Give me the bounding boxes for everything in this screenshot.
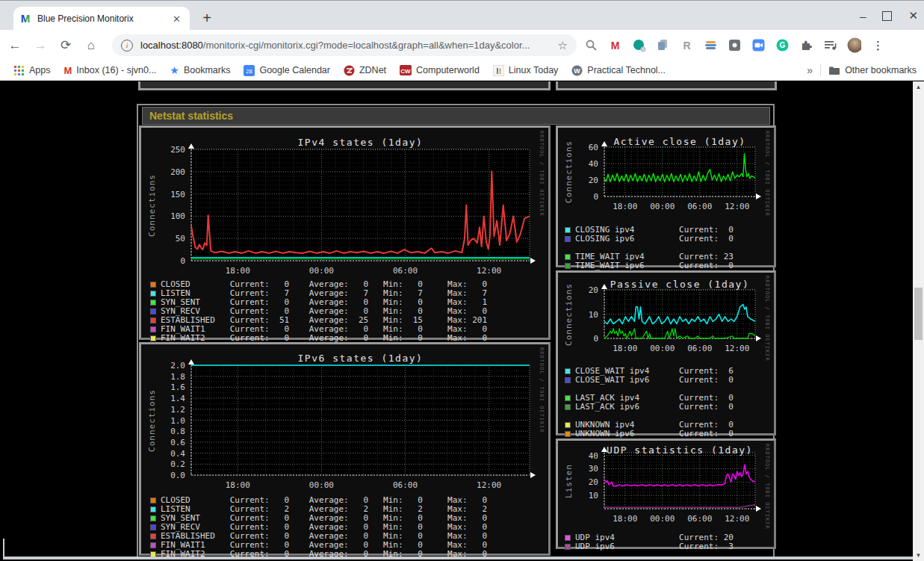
page-info-icon[interactable]: i <box>121 40 133 52</box>
x-axis-arrow <box>756 506 761 512</box>
legend-row: CLOSE_WAIT ipv6 Current: 0 <box>565 375 734 385</box>
r-extension-extension-icon[interactable]: R <box>680 38 694 52</box>
keeper-extension-icon[interactable] <box>728 38 742 52</box>
x-axis-arrow <box>756 335 761 341</box>
chart-title: IPv4 states (1day) <box>176 137 545 148</box>
profile-avatar[interactable] <box>847 38 861 52</box>
tab-title: Blue Precision Monitorix <box>37 13 170 24</box>
y-tick-label: 1.2 <box>154 405 185 415</box>
close-button[interactable]: ✕ <box>908 9 918 22</box>
next-section-border <box>3 539 4 557</box>
reading-stack-extension-icon[interactable] <box>704 38 718 52</box>
wordpress-icon: W <box>571 65 583 76</box>
x-axis-arrow <box>530 258 536 264</box>
playlist-extension-icon[interactable] <box>823 38 837 52</box>
bookmark-label: Google Calendar <box>259 65 330 75</box>
y-tick-label: 0 <box>567 192 598 202</box>
x-tick-label: 00:00 <box>646 202 679 211</box>
bookmark-star-icon[interactable]: ☆ <box>558 39 568 52</box>
tab-close-icon[interactable]: ✕ <box>170 13 184 25</box>
back-button[interactable]: ← <box>4 35 25 56</box>
chart-panel-passive-close[interactable]: Passive close (1day)Connections0102018:0… <box>556 270 776 436</box>
grammarly-extension-icon[interactable]: G <box>775 38 790 52</box>
tab-strip: M Blue Precision Monitorix ✕ + – ✕ <box>0 0 924 30</box>
vertical-scrollbar[interactable]: ▲ ▼ <box>913 81 924 561</box>
y-tick-label: 10 <box>567 491 598 500</box>
svg-text:W: W <box>574 67 581 75</box>
google-voice-extension-icon[interactable]: ? <box>632 38 646 52</box>
svg-text:28: 28 <box>246 68 252 75</box>
scroll-up-arrow[interactable]: ▲ <box>913 81 924 93</box>
bookmark-zdnet[interactable]: ZDNet <box>344 65 386 76</box>
rrdtool-watermark: RRDTOOL / TOBI OETIKER <box>539 347 545 433</box>
x-tick-label: 00:00 <box>646 344 679 353</box>
chart-title: Passive close (1day) <box>589 279 770 290</box>
bookmark-gcal[interactable]: 28Google Calendar <box>244 65 330 76</box>
bookmark-computerworld[interactable]: CWComputerworld <box>400 65 480 75</box>
legend-color-swatch <box>565 431 571 437</box>
address-bar[interactable]: i localhost:8080/monitorix-cgi/monitorix… <box>112 34 577 56</box>
y-tick-label: 0 <box>567 334 598 344</box>
legend-color-swatch <box>565 368 571 374</box>
forward-button[interactable]: → <box>30 35 51 56</box>
minimize-button[interactable]: – <box>860 10 866 22</box>
other-bookmarks-button[interactable]: Other bookmarks <box>828 65 917 75</box>
bookmark-apps[interactable]: Apps <box>13 65 51 76</box>
y-tick-label: 40 <box>567 451 598 461</box>
browser-tab[interactable]: M Blue Precision Monitorix ✕ <box>13 7 190 31</box>
bookmark-gmail-inbox[interactable]: MInbox (16) - sjvn0... <box>64 65 157 76</box>
home-button[interactable]: ⌂ <box>81 35 102 56</box>
browser-menu-icon[interactable]: ⋮ <box>871 38 885 52</box>
computerworld-icon: CW <box>400 65 412 75</box>
chart-panel-active-close[interactable]: Active close (1day)Connections020406018:… <box>556 125 776 267</box>
legend-color-swatch <box>565 227 571 233</box>
copy-docs-extension-icon[interactable] <box>656 38 670 52</box>
bookmarks-divider <box>820 64 821 76</box>
x-tick-label: 18:00 <box>221 266 254 276</box>
scroll-down-arrow[interactable]: ▼ <box>913 550 924 561</box>
maximize-button[interactable] <box>882 11 892 21</box>
y-tick-label: 50 <box>154 234 185 244</box>
y-tick-label: 1.0 <box>154 416 185 426</box>
svg-text:G: G <box>780 41 786 49</box>
y-tick-label: 10 <box>567 310 598 320</box>
bookmark-label: Apps <box>29 65 51 75</box>
y-tick-label: 40 <box>567 159 598 169</box>
zdnet-icon <box>344 65 355 76</box>
legend-color-swatch <box>565 544 571 550</box>
search-extension-icon[interactable] <box>584 38 598 52</box>
legend-color-swatch <box>565 404 571 410</box>
extensions-puzzle-extension-icon[interactable] <box>799 38 813 52</box>
gmail-extension-icon[interactable]: M <box>608 38 622 52</box>
bookmark-label: Computerworld <box>416 65 480 75</box>
chart-panel-ipv4-states[interactable]: IPv4 states (1day)Connections05010015020… <box>139 125 551 340</box>
legend-color-swatch <box>150 326 156 332</box>
scrollbar-thumb[interactable] <box>914 288 923 340</box>
x-tick-label: 12:00 <box>721 514 754 524</box>
bookmark-linuxtoday[interactable]: ltLinux Today <box>493 65 559 76</box>
reload-button[interactable]: ⟳ <box>55 35 76 56</box>
bookmark-wordpress[interactable]: WPractical Technol... <box>571 65 666 76</box>
chart-panel-ipv6-states[interactable]: IPv6 states (1day)Connections0.00.20.40.… <box>139 342 551 556</box>
chart-title: UDP statistics (1day) <box>589 444 770 456</box>
page-content: Netstat statistics IPv4 states (1day)Con… <box>0 81 913 561</box>
chart-panel-udp-statistics[interactable]: UDP statistics (1day)Listen1020304018:00… <box>556 438 776 549</box>
y-tick-label: 20 <box>567 477 598 487</box>
legend-text: LAST_ACK ipv6 Current: 0 <box>575 402 734 412</box>
monitorix-favicon-icon: M <box>19 13 31 25</box>
legend-color-swatch <box>565 236 571 242</box>
gcal-icon: 28 <box>244 65 255 76</box>
bookmarks-overflow-chevron[interactable]: » <box>807 64 813 76</box>
bookmark-star[interactable]: ★Bookmarks <box>170 64 230 76</box>
y-tick-label: 30 <box>567 464 598 474</box>
y-tick-label: 100 <box>154 211 185 221</box>
y-tick-label: 2.0 <box>154 361 185 371</box>
bookmark-label: Inbox (16) - sjvn0... <box>76 65 156 75</box>
zoom-extension-icon[interactable] <box>751 38 766 52</box>
y-tick-label: 60 <box>567 143 598 152</box>
new-tab-button[interactable]: + <box>197 8 217 28</box>
y-tick-label: 0.4 <box>154 449 185 459</box>
previous-section-panel-edge <box>138 81 551 90</box>
y-tick-label: 0.2 <box>154 459 185 469</box>
legend-color-swatch <box>565 254 571 260</box>
